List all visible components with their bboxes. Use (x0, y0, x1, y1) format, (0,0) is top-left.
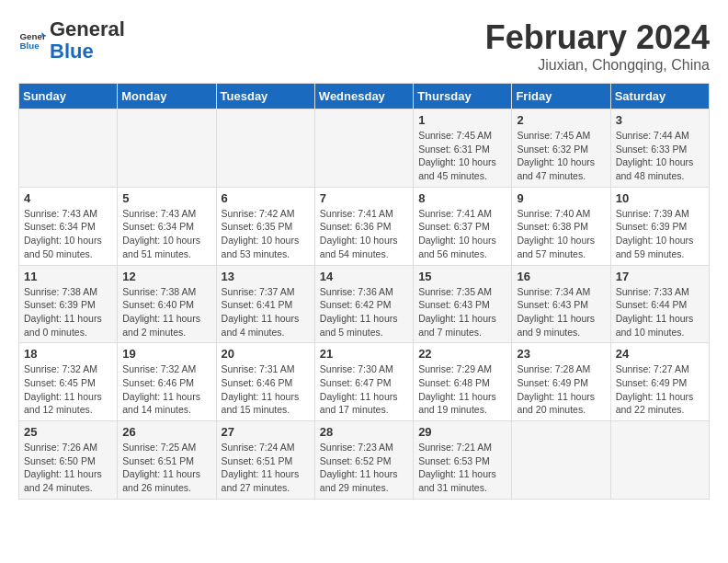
day-info: Sunrise: 7:26 AM Sunset: 6:50 PM Dayligh… (24, 441, 112, 495)
day-number: 28 (320, 425, 408, 439)
day-number: 29 (418, 425, 506, 439)
calendar-week-row: 4Sunrise: 7:43 AM Sunset: 6:34 PM Daylig… (19, 187, 710, 265)
calendar-cell: 25Sunrise: 7:26 AM Sunset: 6:50 PM Dayli… (19, 421, 118, 500)
calendar-cell: 10Sunrise: 7:39 AM Sunset: 6:39 PM Dayli… (610, 187, 709, 265)
calendar-cell: 7Sunrise: 7:41 AM Sunset: 6:36 PM Daylig… (314, 187, 413, 265)
day-number: 5 (122, 191, 210, 205)
calendar-cell: 14Sunrise: 7:36 AM Sunset: 6:42 PM Dayli… (314, 265, 413, 343)
day-number: 16 (517, 270, 605, 283)
calendar-cell: 5Sunrise: 7:43 AM Sunset: 6:34 PM Daylig… (118, 187, 216, 265)
day-info: Sunrise: 7:34 AM Sunset: 6:43 PM Dayligh… (517, 285, 605, 339)
day-info: Sunrise: 7:41 AM Sunset: 6:36 PM Dayligh… (320, 207, 408, 261)
calendar-cell: 3Sunrise: 7:44 AM Sunset: 6:33 PM Daylig… (610, 109, 709, 188)
day-info: Sunrise: 7:23 AM Sunset: 6:52 PM Dayligh… (320, 441, 408, 495)
day-number: 8 (418, 191, 506, 205)
calendar-cell: 22Sunrise: 7:29 AM Sunset: 6:48 PM Dayli… (414, 343, 512, 421)
day-number: 27 (222, 425, 310, 439)
logo-line2: Blue (50, 40, 94, 63)
day-number: 2 (517, 113, 605, 127)
calendar-cell: 28Sunrise: 7:23 AM Sunset: 6:52 PM Dayli… (314, 421, 413, 500)
day-info: Sunrise: 7:43 AM Sunset: 6:34 PM Dayligh… (122, 207, 210, 261)
day-info: Sunrise: 7:42 AM Sunset: 6:35 PM Dayligh… (222, 207, 310, 261)
day-info: Sunrise: 7:27 AM Sunset: 6:49 PM Dayligh… (616, 362, 704, 417)
day-info: Sunrise: 7:37 AM Sunset: 6:41 PM Dayligh… (222, 285, 310, 339)
calendar-cell (118, 109, 216, 188)
calendar-cell: 19Sunrise: 7:32 AM Sunset: 6:46 PM Dayli… (118, 343, 216, 421)
day-info: Sunrise: 7:25 AM Sunset: 6:51 PM Dayligh… (122, 441, 210, 495)
main-title: February 2024 (485, 18, 710, 57)
column-header-tuesday: Tuesday (216, 84, 314, 109)
day-info: Sunrise: 7:39 AM Sunset: 6:39 PM Dayligh… (616, 207, 704, 261)
calendar-cell: 11Sunrise: 7:38 AM Sunset: 6:39 PM Dayli… (19, 265, 118, 343)
day-number: 9 (517, 191, 605, 205)
column-header-wednesday: Wednesday (314, 84, 413, 109)
calendar-cell: 21Sunrise: 7:30 AM Sunset: 6:47 PM Dayli… (314, 343, 413, 421)
day-number: 7 (320, 191, 408, 205)
calendar-cell: 2Sunrise: 7:45 AM Sunset: 6:32 PM Daylig… (512, 109, 610, 188)
day-info: Sunrise: 7:43 AM Sunset: 6:34 PM Dayligh… (24, 207, 112, 261)
calendar-cell: 9Sunrise: 7:40 AM Sunset: 6:38 PM Daylig… (512, 187, 610, 265)
day-info: Sunrise: 7:29 AM Sunset: 6:48 PM Dayligh… (418, 362, 506, 417)
day-number: 4 (24, 191, 112, 205)
day-number: 20 (222, 347, 310, 361)
calendar-cell: 12Sunrise: 7:38 AM Sunset: 6:40 PM Dayli… (118, 265, 216, 343)
day-number: 17 (616, 270, 704, 283)
column-header-monday: Monday (118, 84, 216, 109)
day-info: Sunrise: 7:35 AM Sunset: 6:43 PM Dayligh… (418, 285, 506, 339)
day-number: 23 (517, 347, 605, 361)
title-block: February 2024 Jiuxian, Chongqing, China (485, 18, 710, 74)
day-info: Sunrise: 7:31 AM Sunset: 6:46 PM Dayligh… (222, 362, 310, 417)
day-number: 13 (222, 270, 310, 283)
day-number: 18 (24, 347, 112, 361)
calendar-week-row: 1Sunrise: 7:45 AM Sunset: 6:31 PM Daylig… (19, 109, 710, 188)
column-header-friday: Friday (512, 84, 610, 109)
column-header-saturday: Saturday (610, 84, 709, 109)
day-info: Sunrise: 7:40 AM Sunset: 6:38 PM Dayligh… (517, 207, 605, 261)
day-number: 1 (418, 113, 506, 127)
svg-text:Blue: Blue (20, 40, 40, 51)
day-number: 19 (122, 347, 210, 361)
day-info: Sunrise: 7:33 AM Sunset: 6:44 PM Dayligh… (616, 285, 704, 339)
calendar-cell: 24Sunrise: 7:27 AM Sunset: 6:49 PM Dayli… (610, 343, 709, 421)
sub-title: Jiuxian, Chongqing, China (485, 57, 710, 74)
day-number: 24 (616, 347, 704, 361)
day-number: 14 (320, 270, 408, 283)
page-header: General Blue General Blue February 2024 … (18, 18, 710, 74)
calendar-cell (19, 109, 118, 188)
day-info: Sunrise: 7:30 AM Sunset: 6:47 PM Dayligh… (320, 362, 408, 417)
day-info: Sunrise: 7:44 AM Sunset: 6:33 PM Dayligh… (616, 129, 704, 183)
day-number: 6 (222, 191, 310, 205)
calendar-cell: 18Sunrise: 7:32 AM Sunset: 6:45 PM Dayli… (19, 343, 118, 421)
day-info: Sunrise: 7:38 AM Sunset: 6:40 PM Dayligh… (122, 285, 210, 339)
calendar-cell: 4Sunrise: 7:43 AM Sunset: 6:34 PM Daylig… (19, 187, 118, 265)
calendar-table: SundayMondayTuesdayWednesdayThursdayFrid… (18, 83, 710, 500)
day-number: 10 (616, 191, 704, 205)
calendar-cell (610, 421, 709, 500)
calendar-week-row: 11Sunrise: 7:38 AM Sunset: 6:39 PM Dayli… (19, 265, 710, 343)
day-info: Sunrise: 7:38 AM Sunset: 6:39 PM Dayligh… (24, 285, 112, 339)
calendar-cell: 16Sunrise: 7:34 AM Sunset: 6:43 PM Dayli… (512, 265, 610, 343)
calendar-cell: 29Sunrise: 7:21 AM Sunset: 6:53 PM Dayli… (414, 421, 512, 500)
calendar-week-row: 25Sunrise: 7:26 AM Sunset: 6:50 PM Dayli… (19, 421, 710, 500)
calendar-cell (314, 109, 413, 188)
day-number: 26 (122, 425, 210, 439)
day-info: Sunrise: 7:24 AM Sunset: 6:51 PM Dayligh… (222, 441, 310, 495)
column-header-thursday: Thursday (414, 84, 512, 109)
day-info: Sunrise: 7:41 AM Sunset: 6:37 PM Dayligh… (418, 207, 506, 261)
calendar-cell: 26Sunrise: 7:25 AM Sunset: 6:51 PM Dayli… (118, 421, 216, 500)
day-info: Sunrise: 7:45 AM Sunset: 6:32 PM Dayligh… (517, 129, 605, 183)
calendar-cell: 23Sunrise: 7:28 AM Sunset: 6:49 PM Dayli… (512, 343, 610, 421)
day-info: Sunrise: 7:45 AM Sunset: 6:31 PM Dayligh… (418, 129, 506, 183)
day-info: Sunrise: 7:36 AM Sunset: 6:42 PM Dayligh… (320, 285, 408, 339)
column-header-sunday: Sunday (19, 84, 118, 109)
logo: General Blue General Blue (18, 18, 125, 63)
day-info: Sunrise: 7:32 AM Sunset: 6:45 PM Dayligh… (24, 362, 112, 417)
logo-line1: General (50, 17, 125, 40)
day-number: 11 (24, 270, 112, 283)
calendar-cell: 1Sunrise: 7:45 AM Sunset: 6:31 PM Daylig… (414, 109, 512, 188)
calendar-header-row: SundayMondayTuesdayWednesdayThursdayFrid… (19, 84, 710, 109)
calendar-cell: 8Sunrise: 7:41 AM Sunset: 6:37 PM Daylig… (414, 187, 512, 265)
calendar-cell: 20Sunrise: 7:31 AM Sunset: 6:46 PM Dayli… (216, 343, 314, 421)
day-number: 12 (122, 270, 210, 283)
calendar-cell: 27Sunrise: 7:24 AM Sunset: 6:51 PM Dayli… (216, 421, 314, 500)
